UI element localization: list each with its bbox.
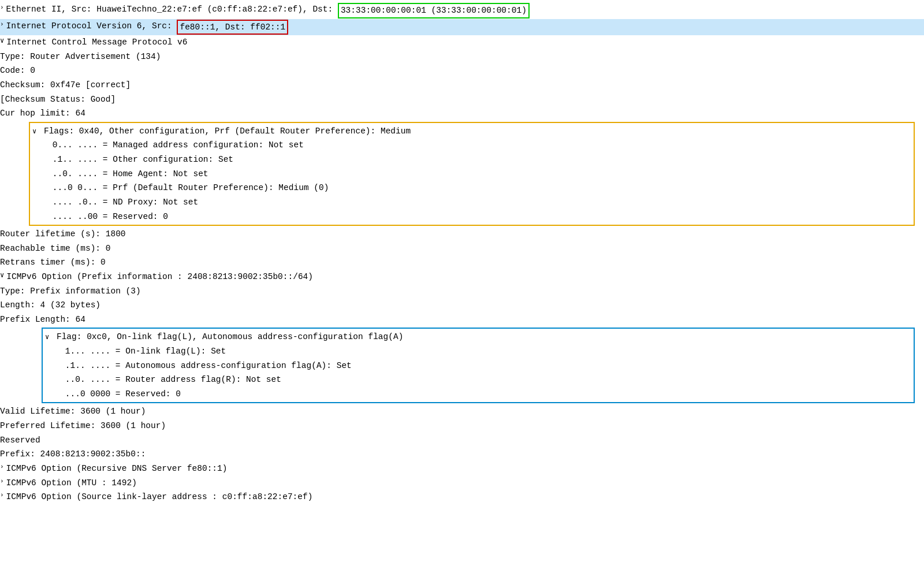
flag-autonomous-text: .1.. .... = Autonomous address-configura… [45, 361, 352, 370]
prefix-value-text: Prefix: 2408:8213:9002:35b0:: [0, 448, 146, 461]
icmpv6-mtu-row[interactable]: › ICMPv6 Option (MTU : 1492) [0, 476, 924, 490]
flag-header-text: Flag: 0xc0, On-link flag(L), Autonomous … [57, 332, 403, 341]
code-text: Code: 0 [0, 64, 35, 77]
rdns-text: ICMPv6 Option (Recursive DNS Server fe80… [6, 462, 228, 475]
flags-managed-row: 0... .... = Managed address configuratio… [32, 138, 911, 153]
ipv6-src-dst-highlight: fe80::1, Dst: ff02::1 [177, 20, 288, 35]
mtu-text: ICMPv6 Option (MTU : 1492) [6, 477, 137, 490]
ipv6-row[interactable]: › Internet Protocol Version 6, Src: fe80… [0, 19, 924, 36]
preferred-lifetime-text: Preferred Lifetime: 3600 (1 hour) [0, 419, 166, 433]
checksum-row: Checksum: 0xf47e [correct] [0, 78, 924, 92]
src-link-text: ICMPv6 Option (Source link-layer address… [6, 490, 313, 504]
flag-onlink-row: 1... .... = On-link flag(L): Set [45, 344, 911, 359]
checksum-text: Checksum: 0xf47e [correct] [0, 79, 131, 92]
flags-prf-text: ...0 0... = Prf (Default Router Preferen… [32, 183, 329, 192]
ethernet-row[interactable]: › Ethernet II, Src: HuaweiTechno_22:e7:e… [0, 2, 924, 19]
router-lifetime-row: Router lifetime (s): 1800 [0, 227, 924, 241]
reachable-time-text: Reachable time (ms): 0 [0, 242, 110, 255]
icmpv6-rdns-row[interactable]: › ICMPv6 Option (Recursive DNS Server fe… [0, 462, 924, 476]
ethernet-text: Ethernet II, Src: HuaweiTechno_22:e7:ef … [6, 3, 338, 16]
type-text: Type: Router Advertisement (134) [0, 50, 161, 64]
checksum-status-row: [Checksum Status: Good] [0, 92, 924, 107]
flag-router-text: ..0. .... = Router address flag(R): Not … [45, 375, 281, 384]
flags-reserved-row: .... ..00 = Reserved: 0 [32, 210, 911, 224]
prefix-length-bytes-text: Length: 4 (32 bytes) [0, 299, 100, 312]
flag-reserved-row: ...0 0000 = Reserved: 0 [45, 387, 911, 401]
icmpv6-header-row[interactable]: ∨ Internet Control Message Protocol v6 [0, 35, 924, 50]
flags-other-row: .1.. .... = Other configuration: Set [32, 153, 911, 167]
flags-reserved-text: .... ..00 = Reserved: 0 [32, 212, 168, 221]
valid-lifetime-row: Valid Lifetime: 3600 (1 hour) [0, 404, 924, 419]
prefix-length-bytes-row: Length: 4 (32 bytes) [0, 298, 924, 313]
flag-header-row[interactable]: ∨ Flag: 0xc0, On-link flag(L), Autonomou… [45, 330, 911, 344]
preferred-lifetime-row: Preferred Lifetime: 3600 (1 hour) [0, 419, 924, 433]
ipv6-expand-icon[interactable]: › [0, 20, 4, 29]
flag-reserved-text: ...0 0000 = Reserved: 0 [45, 389, 181, 399]
icmpv6-option-prefix-header-row[interactable]: ∨ ICMPv6 Option (Prefix information : 24… [0, 270, 924, 284]
flags-home-agent-row: ..0. .... = Home Agent: Not set [32, 167, 911, 181]
prefix-length-text: Prefix Length: 64 [0, 313, 85, 326]
retrans-timer-text: Retrans timer (ms): 0 [0, 256, 106, 269]
flags-other-text: .1.. .... = Other configuration: Set [32, 155, 233, 164]
prefix-length-row: Prefix Length: 64 [0, 313, 924, 327]
rdns-expand-icon[interactable]: › [0, 462, 4, 472]
checksum-status-text: [Checksum Status: Good] [0, 93, 116, 106]
flags-home-agent-text: ..0. .... = Home Agent: Not set [32, 169, 208, 178]
ipv6-text: Internet Protocol Version 6, Src: [6, 20, 177, 33]
icmpv6-option-prefix-header-text: ICMPv6 Option (Prefix information : 2408… [6, 270, 313, 284]
flag-expand-icon[interactable]: ∨ [45, 333, 49, 341]
ethernet-dst-highlight: 33:33:00:00:00:01 (33:33:00:00:00:01) [338, 3, 530, 18]
flags-managed-text: 0... .... = Managed address configuratio… [32, 140, 304, 150]
flag-router-row: ..0. .... = Router address flag(R): Not … [45, 373, 911, 387]
flag-blue-box: ∨ Flag: 0xc0, On-link flag(L), Autonomou… [42, 328, 915, 403]
flags-header-row[interactable]: ∨ Flags: 0x40, Other configuration, Prf … [32, 124, 911, 139]
reserved-row: Reserved [0, 433, 924, 448]
prefix-value-row: Prefix: 2408:8213:9002:35b0:: [0, 447, 924, 462]
flags-header-text: Flags: 0x40, Other configuration, Prf (D… [44, 127, 411, 136]
icmpv6-src-link-row[interactable]: › ICMPv6 Option (Source link-layer addre… [0, 490, 924, 504]
retrans-timer-row: Retrans timer (ms): 0 [0, 255, 924, 270]
flags-yellow-box: ∨ Flags: 0x40, Other configuration, Prf … [29, 122, 915, 226]
packet-tree: › Ethernet II, Src: HuaweiTechno_22:e7:e… [0, 0, 924, 507]
icmpv6-expand-icon[interactable]: ∨ [0, 36, 4, 47]
ethernet-expand-icon[interactable]: › [0, 3, 4, 13]
prefix-type-row: Type: Prefix information (3) [0, 284, 924, 299]
flags-prf-row: ...0 0... = Prf (Default Router Preferen… [32, 181, 911, 195]
router-lifetime-text: Router lifetime (s): 1800 [0, 228, 126, 241]
hop-limit-text: Cur hop limit: 64 [0, 107, 85, 120]
reserved-text: Reserved [0, 434, 40, 447]
src-link-expand-icon[interactable]: › [0, 490, 4, 500]
prefix-type-text: Type: Prefix information (3) [0, 285, 141, 298]
icmpv6-header-text: Internet Control Message Protocol v6 [6, 36, 187, 49]
code-row: Code: 0 [0, 64, 924, 78]
reachable-time-row: Reachable time (ms): 0 [0, 241, 924, 256]
flag-onlink-text: 1... .... = On-link flag(L): Set [45, 347, 226, 356]
icmpv6-option-expand-icon[interactable]: ∨ [0, 270, 4, 281]
mtu-expand-icon[interactable]: › [0, 477, 4, 486]
flags-expand-icon[interactable]: ∨ [32, 128, 36, 136]
flags-nd-proxy-row: .... .0.. = ND Proxy: Not set [32, 195, 911, 210]
type-row: Type: Router Advertisement (134) [0, 50, 924, 64]
valid-lifetime-text: Valid Lifetime: 3600 (1 hour) [0, 405, 146, 418]
flag-autonomous-row: .1.. .... = Autonomous address-configura… [45, 359, 911, 373]
flags-nd-proxy-text: .... .0.. = ND Proxy: Not set [32, 198, 198, 207]
hop-limit-row: Cur hop limit: 64 [0, 106, 924, 121]
